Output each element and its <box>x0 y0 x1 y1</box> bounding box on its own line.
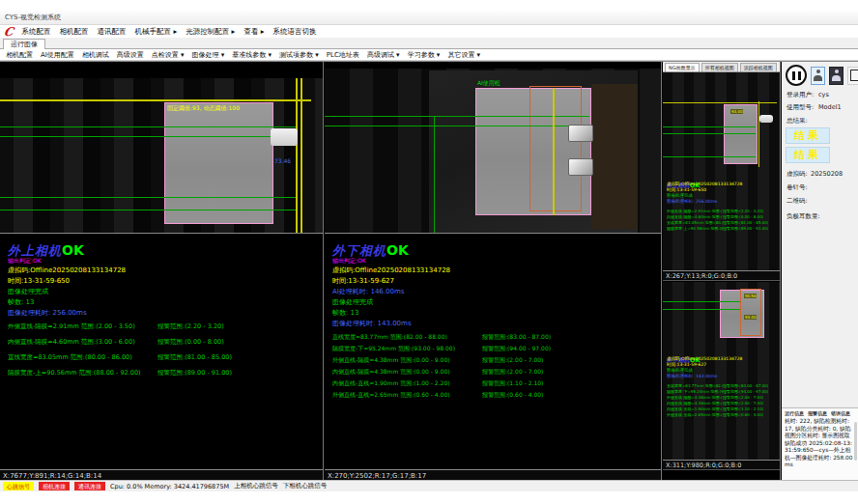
judge-line: 输出判定:OK <box>8 257 42 266</box>
detected-part-region <box>164 102 273 224</box>
log-text: 耗时: 222, 缺陷检测耗时: 17, 缺陷分类耗时: 0, 缺陷视图分区耗时… <box>782 417 858 469</box>
done-line: 图像处理完成 <box>8 287 48 296</box>
total-result-label: 总结果: <box>786 117 808 126</box>
heartbeat-badge: 心跳信号 <box>3 482 34 490</box>
mini-measurement-row: 外侧直线-隔膜=4.38mm 范围:(0.00 - 9.00)报警范围:(2.0… <box>667 395 763 400</box>
metal-clip <box>568 125 593 142</box>
ai-time-line: AI处理耗时: 146.00ms <box>332 287 404 296</box>
needle-label: 卷针号: <box>786 183 808 192</box>
pause-icon <box>792 71 795 80</box>
admin-button[interactable] <box>829 67 844 85</box>
toolbar-item[interactable]: PLC地址表 <box>327 50 359 60</box>
pause-button[interactable] <box>786 65 807 86</box>
elapsed-line: 图像处理耗时: 256.00ms <box>8 308 87 318</box>
log-tab-alarm[interactable]: 报警信息 <box>808 410 827 416</box>
judge-line: 输出判定:OK <box>332 257 366 266</box>
menu-item[interactable]: 系统语言切换 <box>273 27 317 37</box>
preview-image-1[interactable]: 93.40 外上相机OK 虚拟码:Offline2025020813313472… <box>663 72 781 270</box>
ai-box-label: AI使用框 <box>477 79 500 88</box>
login-user-label: 登录用户: <box>786 91 814 99</box>
baseline-yellow-line <box>663 102 777 103</box>
toolbar-item[interactable]: 基准线参数 ▾ <box>232 50 272 60</box>
divider <box>0 233 324 234</box>
mini-barcode: 虚拟码:Offline20250208133134728 <box>667 182 742 187</box>
preview-tab-strip: NG画面显示 所有相机视图 追踪相机视图 <box>663 62 781 72</box>
pause-icon <box>798 71 801 80</box>
toolbar-item[interactable]: 其它设置 ▾ <box>447 50 480 60</box>
edge-yellow-line <box>758 101 759 167</box>
measure-line <box>325 126 589 126</box>
log-tab-error[interactable]: 错误信息 <box>831 410 850 416</box>
toolbar-item[interactable]: 测试项参数 ▾ <box>279 50 319 60</box>
measure-line <box>663 301 740 302</box>
menu-item[interactable]: 查看 ▸ <box>243 27 264 37</box>
menu-item[interactable]: 通讯配置 <box>98 27 127 37</box>
vcode-value: 20250208 <box>811 170 843 178</box>
camera-image-left[interactable]: 固定阈值:93, 动态阈值:100 73.46 <box>0 78 324 233</box>
menu-item[interactable]: 相机配置 <box>60 27 89 37</box>
exit-button[interactable] <box>847 67 858 85</box>
result-ok: OK <box>386 242 409 258</box>
camera-connect-badge: 相机连接 <box>39 482 70 490</box>
mini-yellow-label: 90.56 <box>744 294 757 298</box>
toolbar-item[interactable]: 学习参数 ▾ <box>408 50 441 60</box>
camera-image-middle[interactable]: AI使用框 <box>325 69 662 233</box>
mini-time: 时间:13-31-59-650 <box>667 187 706 193</box>
frames-line: 帧数: 13 <box>332 308 359 318</box>
camera-name: 外下相机 <box>332 243 386 258</box>
vcode-label: 虚拟码: <box>786 170 808 179</box>
exit-door-icon <box>850 70 858 81</box>
measurement-row: 外侧直线-直线=2.65mm 范围:(0.60 - 4.00)报警范围:(0.6… <box>332 391 543 400</box>
measure-line <box>0 136 298 137</box>
menu-item[interactable]: 光源控制配置 ▸ <box>186 27 235 37</box>
preview-column: NG画面显示 所有相机视图 追踪相机视图 93.40 外上相机OK 虚拟码:Of… <box>663 62 781 481</box>
up-camera-heartbeat: 上相机心跳信号 <box>234 482 278 490</box>
user-login-button[interactable] <box>811 67 825 85</box>
mini-elapsed: 图像处理耗时: 143.00ms <box>667 374 717 379</box>
log-scrollbar[interactable] <box>854 422 857 461</box>
window-titlebar: CYS-视觉检测系统 <box>0 11 858 25</box>
measurement-row: 外侧直线-隔膜=4.38mm 范围:(0.00 - 9.00)报警范围:(2.0… <box>332 356 543 365</box>
divider <box>325 233 662 234</box>
connector-clip <box>759 115 773 123</box>
comm-connect-badge: 通讯连接 <box>74 482 105 490</box>
toolbar-item[interactable]: 图像处理 ▾ <box>192 50 225 60</box>
sidebar: 登录用户: cys 使用型号: Model1 总结果: 结果 结果 虚拟码: 2… <box>782 62 858 481</box>
status-bar: 心跳信号 相机连接 通讯连接 Cpu: 0.0% Memory: 3424.41… <box>0 480 858 491</box>
qr-label: 二维码: <box>786 197 808 206</box>
toolbar-item[interactable]: 点检设置 ▾ <box>152 50 185 60</box>
menu-item[interactable]: 系统配置 <box>22 27 51 37</box>
result-ok: OK <box>62 242 84 258</box>
connector-clip <box>271 128 298 146</box>
toolbar: 相机配置AI使用配置相机调试高级设置点检设置 ▾图像处理 ▾基准线参数 ▾测试项… <box>0 49 858 61</box>
toolbar-item[interactable]: 相机配置 <box>6 50 33 60</box>
frames-line: 帧数: 13 <box>8 297 35 307</box>
measure-line <box>663 133 756 134</box>
sidebar-button-row <box>786 65 858 86</box>
preview-tab-ng[interactable]: NG画面显示 <box>665 63 700 71</box>
toolbar-item[interactable]: 相机调试 <box>82 50 109 60</box>
measure-line <box>663 309 740 310</box>
camera-panel-middle: AI使用框 外下相机OK 输出判定:OK 虚拟码:Offline20250208… <box>325 62 662 481</box>
blue-measure-mark: 73.46 <box>274 157 291 164</box>
toolbar-item[interactable]: 高级设置 <box>117 50 144 60</box>
menu-item[interactable]: 机械手配置 ▸ <box>135 27 178 37</box>
pixel-coords-preview-1: X:267;Y:13;R:0;G:0;B:0 <box>663 270 781 281</box>
log-tab-run[interactable]: 运行信息 <box>785 410 804 416</box>
mini-measurement-row: 内侧直线-隔膜=4.38mm 范围:(0.00 - 9.00)报警范围:(2.0… <box>667 401 763 406</box>
measurement-row: 内侧直线-直线=1.90mm 范围:(1.00 - 2.20)报警范围:(1.1… <box>332 379 543 388</box>
preview-tab-track[interactable]: 追踪相机视图 <box>740 63 777 71</box>
tab-count-label: 负极耳数量: <box>786 212 820 221</box>
measure-line <box>0 197 298 198</box>
preview-tab-all[interactable]: 所有相机视图 <box>701 63 738 71</box>
measure-line <box>0 210 298 210</box>
threshold-label: 固定阈值:93, 动态阈值:100 <box>167 104 240 111</box>
log-panel: 运行信息 报警信息 错误信息 耗时: 222, 缺陷检测耗时: 17, 缺陷分类… <box>782 407 858 481</box>
main-area: 固定阈值:93, 动态阈值:100 73.46 外上相机OK 输出判定:OK 虚… <box>0 61 858 480</box>
preview-image-2[interactable]: 90.56 93.40 外下相机OK 虚拟码:Offline2025020813… <box>663 282 781 460</box>
measurement-row: 直线宽度=83.05mm 范围:(80.00 - 86.00)报警范围:(81.… <box>8 353 232 362</box>
model-label: 使用型号: <box>786 103 814 112</box>
mini-barcode: 虚拟码:Offline20250208133134728 <box>667 356 742 362</box>
toolbar-item[interactable]: AI使用配置 <box>41 50 74 60</box>
toolbar-item[interactable]: 高级调试 ▾ <box>367 50 400 60</box>
